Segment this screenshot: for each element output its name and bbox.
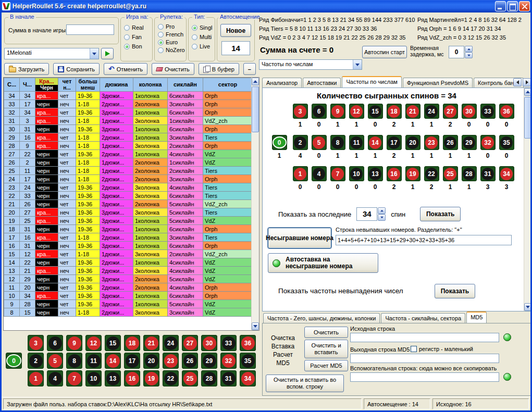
roulette-number-16[interactable]: 16 [388, 168, 400, 180]
tab-функционал-psevdoms[interactable]: Функционал PsevdoMS [403, 78, 473, 88]
roulette-number-19[interactable]: 19 [406, 168, 419, 180]
roulette-number-24[interactable]: 24 [425, 105, 438, 118]
roulette-number-35[interactable]: 35 [500, 136, 513, 149]
scroll-down-button[interactable] [524, 303, 531, 311]
table-row[interactable]: 3434кра...чет19-363дюжи...1колонка6сикла… [4, 92, 253, 100]
roulette-number-8[interactable]: 8 [331, 136, 344, 149]
table-row[interactable]: 3031черннеч19-363дюжи...1колонка6сиклайн… [4, 125, 253, 133]
table-row[interactable]: 1229черннеч19-363дюжи...2колонка5сиклайн… [4, 275, 253, 283]
table-row[interactable]: 3234кра...чет19-363дюжи...1колонка6сикла… [4, 108, 253, 117]
roulette-number-31[interactable]: 31 [481, 168, 494, 180]
roulette-number-29[interactable]: 29 [463, 136, 475, 149]
roulette-number-21[interactable]: 21 [406, 105, 419, 118]
md5-aux-input[interactable] [350, 372, 499, 382]
roulette-number-28[interactable]: 28 [463, 168, 475, 180]
tab-scroll-right-button[interactable] [523, 78, 531, 86]
roulette-number-7[interactable]: 7 [68, 372, 81, 385]
roulette-number-27[interactable]: 27 [444, 105, 456, 118]
copy-to-buffer-button[interactable]: В буфер [199, 63, 239, 75]
roulette-number-36[interactable]: 36 [500, 105, 513, 118]
spinner-down-button[interactable] [378, 214, 386, 221]
roulette-number-4[interactable]: 4 [48, 372, 62, 385]
roulette-number-33[interactable]: 33 [222, 336, 236, 350]
radio-live[interactable]: Live [192, 43, 212, 49]
table-row[interactable]: 1631черннеч19-363дюжи...1колонка6сиклайн… [4, 242, 253, 250]
roulette-number-25[interactable]: 25 [444, 168, 456, 180]
tab-анализатор[interactable]: Анализатор [262, 78, 302, 88]
roulette-number-30[interactable]: 30 [203, 336, 216, 350]
roulette-number-17[interactable]: 17 [126, 354, 139, 368]
last-spins-spinner[interactable]: 34 [356, 207, 386, 221]
roulette-number-1[interactable]: 1 [294, 168, 306, 180]
table-row[interactable]: 1422чернчет19-362дюжи...1колонка4сиклайн… [4, 258, 253, 267]
tab-автоставки[interactable]: Автоставки [303, 78, 341, 88]
spinner-down-button[interactable] [465, 52, 473, 58]
play-preset-button[interactable] [101, 48, 114, 59]
roulette-number-32[interactable]: 32 [222, 354, 236, 368]
roulette-number-13[interactable]: 13 [106, 372, 120, 385]
table-row[interactable]: 1716кра...чет1-182дюжи...1колонка3сиклай… [4, 233, 253, 242]
roulette-number-33[interactable]: 33 [481, 105, 494, 118]
roulette-number-26[interactable]: 26 [183, 354, 197, 368]
last-spins-value[interactable]: 34 [356, 207, 377, 221]
roulette-number-25[interactable]: 25 [183, 372, 197, 385]
radio-fan[interactable]: Fan [124, 34, 144, 40]
table-row[interactable]: 1831черннеч19-363дюжи...1колонка6сиклайн… [4, 225, 253, 233]
roulette-number-10[interactable]: 10 [350, 168, 363, 180]
combobox-dropdown-button[interactable] [90, 48, 98, 59]
table-row[interactable]: 1120чернчет19-362дюжи...2колонка4сиклайн… [4, 283, 253, 292]
new-offset-button[interactable]: Новое [220, 24, 251, 37]
roulette-number-5[interactable]: 5 [48, 354, 62, 368]
tab-scroll-left-button[interactable] [513, 78, 522, 86]
view-mode-combobox[interactable]: Частоты по числам [259, 59, 362, 70]
table-row[interactable]: 313кра...неч1-181дюжи...3колонка1сиклайн… [4, 117, 253, 125]
roulette-number-17[interactable]: 17 [388, 136, 400, 149]
roulette-number-14[interactable]: 14 [106, 354, 120, 368]
table-row[interactable]: 2511черннеч1-181дюжи...2колонка2сиклайнT… [4, 167, 253, 175]
roulette-number-34[interactable]: 34 [241, 372, 255, 385]
roulette-number-15[interactable]: 15 [369, 105, 381, 118]
radio-bon[interactable]: Bon [124, 43, 144, 49]
md5-source-go-button[interactable] [503, 333, 511, 341]
table-scrollbar[interactable] [251, 78, 259, 330]
roulette-number-2[interactable]: 2 [29, 354, 43, 368]
show-freq-button[interactable]: Показать [435, 284, 475, 298]
roulette-number-22[interactable]: 22 [425, 168, 438, 180]
scroll-down-button[interactable] [252, 322, 259, 330]
roulette-number-31[interactable]: 31 [222, 372, 236, 385]
roulette-zero[interactable]: 0 [273, 136, 287, 148]
roulette-number-16[interactable]: 16 [126, 372, 139, 385]
clear-button[interactable]: Очистить [152, 63, 194, 75]
scroll-up-button[interactable] [252, 78, 259, 85]
roulette-number-4[interactable]: 4 [313, 168, 325, 180]
roulette-number-28[interactable]: 28 [203, 372, 216, 385]
roulette-number-22[interactable]: 22 [164, 372, 178, 385]
close-button[interactable] [519, 1, 530, 11]
show-last-button[interactable]: Показать [420, 207, 461, 221]
roulette-number-10[interactable]: 10 [87, 372, 101, 385]
roulette-number-20[interactable]: 20 [145, 354, 158, 368]
roulette-number-30[interactable]: 30 [463, 105, 475, 118]
table-row[interactable]: 928чернчет19-363дюжи...1колонка5сиклайнV… [4, 300, 253, 308]
tab-md5[interactable]: MD5 [466, 311, 487, 323]
roulette-number-32[interactable]: 32 [481, 136, 494, 149]
tab-частота-сиклайны-сектора[interactable]: Частота - сиклайны, сектора [381, 313, 465, 323]
roulette-number-23[interactable]: 23 [425, 136, 438, 149]
scroll-up-button[interactable] [524, 88, 531, 96]
roulette-number-13[interactable]: 13 [369, 168, 381, 180]
radio-real[interactable]: Real [124, 24, 144, 31]
not-played-numbers-button[interactable]: Несыгравшие номера [268, 228, 331, 248]
table-row[interactable]: 2233черннеч19-363дюжи...3колонка6сиклайн… [4, 192, 253, 200]
roulette-number-29[interactable]: 29 [203, 354, 216, 368]
title-bar[interactable]: HelperRoullet 5.6- create helperroullet@… [0, 0, 532, 13]
column-header[interactable]: Ч... [20, 78, 35, 92]
start-sum-input[interactable] [66, 24, 114, 35]
autospin-start-button[interactable]: Автоспин старт [362, 46, 407, 58]
radio-french[interactable]: French [158, 31, 185, 38]
combobox-dropdown-button[interactable] [353, 60, 362, 69]
md5-aux-go-button[interactable] [503, 373, 511, 381]
md5-clear-paste-button[interactable]: Очистить и вставить [304, 340, 348, 358]
roulette-number-6[interactable]: 6 [48, 336, 62, 350]
table-row[interactable]: 815черннеч1-182дюжи...3колонка3сиклайнVd… [4, 308, 253, 317]
table-row[interactable]: 1512кра...чет1-181дюжи...3колонка2сиклай… [4, 250, 253, 258]
